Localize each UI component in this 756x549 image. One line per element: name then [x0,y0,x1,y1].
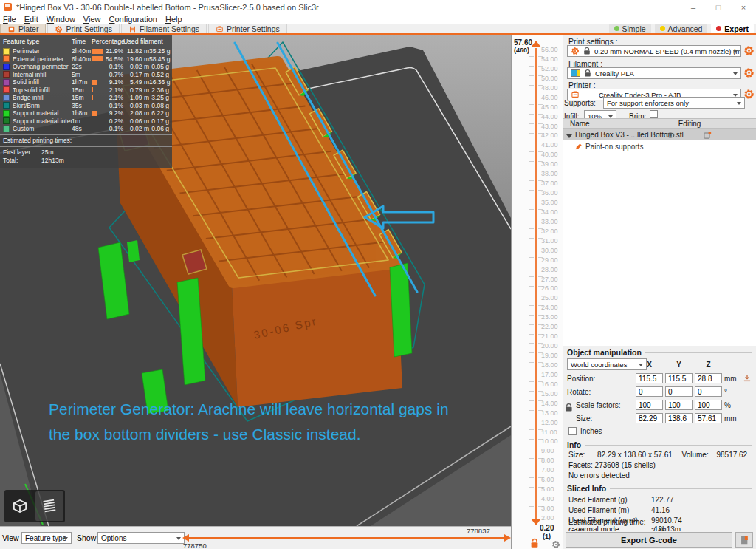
menu-item[interactable]: File [3,15,16,24]
mode-button[interactable]: Expert [711,24,754,33]
3d-viewport[interactable]: 30-06 Spr Feature type Time Percentage U… [0,35,511,526]
gear-icon [55,25,63,33]
menu-bar: FileEditWindowViewConfigurationHelp [0,14,756,24]
object-row[interactable]: Hinged Box V3 - ...lled Bottom.stl [563,129,756,140]
close-button[interactable]: × [731,0,756,14]
layer-tick: 6.00 [541,475,558,485]
move-slider-right-handle[interactable] [504,534,511,542]
object-subrow-supports[interactable]: Paint-on supports [563,141,756,151]
rotate-y-input[interactable] [665,386,693,397]
dropdown-arrow-icon [737,102,741,105]
view-combo[interactable]: Feature type [21,532,72,544]
mode-dot-icon [614,26,619,31]
legend-header: Feature type Time Percentage Used filame… [3,38,169,47]
print-settings-gear-button[interactable] [743,45,755,56]
layer-tick: 11.00 [541,428,558,437]
slider-settings-gear-icon[interactable] [551,540,560,549]
layer-slider-top-layer: (460) [514,47,529,54]
inches-checkbox[interactable] [568,427,577,435]
legend-row: Solid infill 1h7m 9.1% 5.49 m 16.36 g [3,78,169,86]
plater-icon [7,25,16,33]
dropdown-arrow-icon [733,72,738,75]
scale-y-input[interactable] [665,400,693,410]
scale-z-input[interactable] [695,400,722,410]
feature-color-swatch [3,95,10,101]
filament-combo[interactable]: Creality PLA [567,67,741,79]
layer-tick: 31.00 [541,236,558,246]
window-title: *Hinged Box V3 - 30-06 Double-Labelled B… [16,3,319,12]
tab-filament-settings[interactable]: Filament Settings [121,24,207,33]
maximize-button[interactable]: □ [706,0,731,14]
position-y-input[interactable] [665,373,693,383]
show-combo[interactable]: Options [97,532,185,544]
position-z-input[interactable] [695,373,722,383]
bottom-toolbar: View Feature type Show Options 778837 77… [0,526,511,549]
eye-icon[interactable] [666,131,675,140]
position-x-input[interactable] [636,373,663,383]
layer-tick: 52.00 [541,64,558,74]
axis-z-label: Z [695,361,722,369]
layer-slider-track[interactable] [535,48,537,524]
tab-printer-settings[interactable]: Printer Settings [208,24,287,33]
layer-tick: 34.00 [541,208,558,217]
lock-icon [583,69,592,78]
print-settings-combo[interactable]: 0.20 mm NORMAL SPEED (0.4 mm nozzle) (mo… [567,45,741,57]
view-mode-toggles [4,490,65,522]
estimated-times-title: Estimated printing times: [3,137,169,145]
percentage-bar [92,95,93,100]
layer-tick: 43.00 [541,122,558,132]
menu-item[interactable]: Edit [24,15,38,24]
layer-tick: 20.00 [541,341,558,351]
menu-item[interactable]: View [83,15,101,24]
menu-item[interactable]: Help [165,15,182,24]
move-slider-max-value: 778837 [467,527,490,535]
move-slider-track[interactable] [188,537,504,539]
menu-item[interactable]: Window [47,15,75,24]
unlock-icon[interactable] [529,538,540,548]
expander-arrow-icon[interactable] [566,134,572,138]
tab-plater[interactable]: Plater [0,24,46,33]
rotate-z-input[interactable] [695,386,722,397]
layer-tick: 8.00 [541,456,558,466]
drop-to-bed-icon[interactable] [743,374,752,383]
layer-tick: 33.00 [541,217,558,227]
percentage-bar [92,80,97,85]
size-z-input[interactable] [695,413,722,423]
layer-tick: 23.00 [541,313,558,322]
coordinates-combo[interactable]: World coordinates [567,358,647,370]
layer-tick: 44.00 [541,112,558,122]
brim-checkbox[interactable] [650,110,658,118]
mode-switcher: Simple Advanced Expert [609,24,755,33]
rotate-x-input[interactable] [636,386,663,397]
filament-gear-button[interactable] [743,67,755,78]
minimize-button[interactable]: – [681,0,706,14]
tab-print-settings[interactable]: Print Settings [47,24,119,33]
prusaslicer-window: *Hinged Box V3 - 30-06 Double-Labelled B… [0,0,756,549]
layer-tick: 24.00 [541,303,558,313]
layer-tick: 41.00 [541,140,558,150]
scale-x-input[interactable] [636,400,663,410]
object-list[interactable] [563,129,756,346]
feature-color-swatch [3,71,10,78]
size-y-input[interactable] [665,413,693,423]
export-gcode-button[interactable]: Export G-code [566,532,732,548]
layer-tick: 25.00 [541,293,558,303]
export-sd-button[interactable] [735,532,753,548]
percentage-bar [92,126,92,132]
dropdown-arrow-icon [639,364,643,366]
printer-gear-button[interactable] [743,89,755,100]
preview-view-button[interactable] [35,491,63,521]
supports-combo[interactable]: For support enforcers only [603,97,745,109]
supports-label: Supports: [564,99,596,107]
title-bar[interactable]: *Hinged Box V3 - 30-06 Double-Labelled B… [0,0,756,14]
percentage-bar [92,56,103,61]
editing-icon[interactable] [703,131,712,140]
mode-button[interactable]: Simple [609,24,651,33]
size-x-input[interactable] [636,413,663,423]
legend-row: Overhang perimeter 22s 0.1% 0.02 m 0.05 … [3,63,169,71]
menu-item[interactable]: Configuration [109,15,157,24]
printer-icon [571,90,580,99]
mode-button[interactable]: Advanced [655,24,708,33]
info-size-row: Size: 82.29 x 138.60 x 57.61 Volume: 985… [568,451,747,459]
editor-view-button[interactable] [6,491,34,521]
